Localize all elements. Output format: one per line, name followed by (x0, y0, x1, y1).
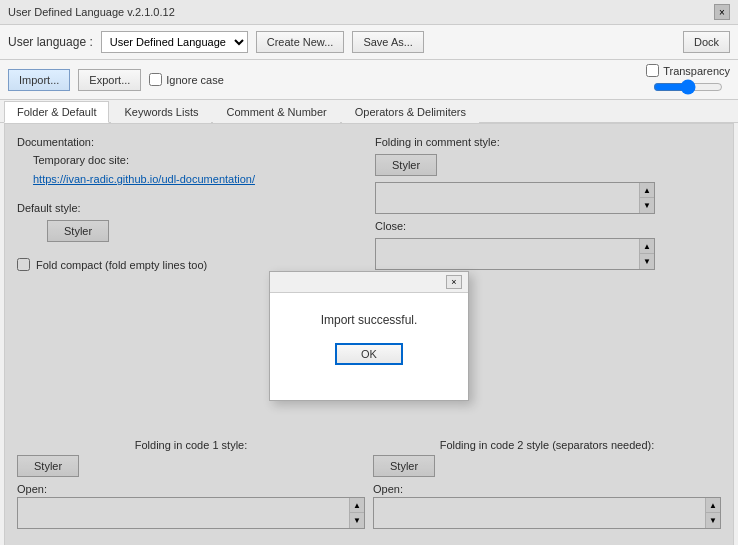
window-close-button[interactable]: × (714, 4, 730, 20)
modal-titlebar: × (270, 272, 468, 293)
toolbar-row2: Import... Export... Ignore case Transpar… (0, 60, 738, 100)
lang-label: User language : (8, 35, 93, 49)
import-success-modal: × Import successful. OK (269, 271, 469, 401)
dock-button[interactable]: Dock (683, 31, 730, 53)
ignore-case-label[interactable]: Ignore case (149, 73, 223, 86)
toolbar-row1: User language : User Defined Language Cr… (0, 25, 738, 60)
window-title: User Defined Language v.2.1.0.12 (8, 6, 175, 18)
tab-keywords-lists[interactable]: Keywords Lists (111, 101, 211, 123)
modal-message: Import successful. (286, 313, 452, 327)
create-new-button[interactable]: Create New... (256, 31, 345, 53)
export-button[interactable]: Export... (78, 69, 141, 91)
tab-folder-default[interactable]: Folder & Default (4, 101, 109, 123)
tab-bar: Folder & Default Keywords Lists Comment … (0, 100, 738, 123)
modal-overlay: × Import successful. OK (5, 124, 733, 545)
transparency-area: Transparency (646, 64, 730, 95)
title-bar: User Defined Language v.2.1.0.12 × (0, 0, 738, 25)
tab-comment-number[interactable]: Comment & Number (213, 101, 339, 123)
tab-operators-delimiters[interactable]: Operators & Delimiters (342, 101, 479, 123)
save-as-button[interactable]: Save As... (352, 31, 424, 53)
ignore-case-checkbox[interactable] (149, 73, 162, 86)
transparency-label: Transparency (646, 64, 730, 77)
transparency-checkbox[interactable] (646, 64, 659, 77)
modal-close-button[interactable]: × (446, 275, 462, 289)
import-button[interactable]: Import... (8, 69, 70, 91)
transparency-slider[interactable] (653, 79, 723, 95)
modal-body: Import successful. OK (270, 293, 468, 377)
modal-ok-button[interactable]: OK (335, 343, 403, 365)
main-content: Documentation: Temporary doc site: https… (4, 123, 734, 545)
language-select[interactable]: User Defined Language (101, 31, 248, 53)
